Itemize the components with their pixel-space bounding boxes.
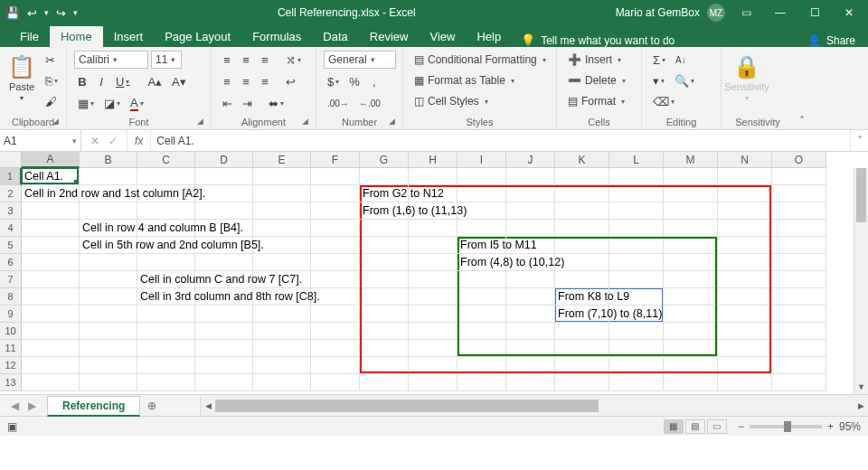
cancel-formula-icon[interactable]: ✕ — [90, 135, 99, 147]
cell[interactable] — [80, 168, 137, 185]
cell[interactable] — [458, 185, 506, 202]
cell[interactable] — [253, 254, 311, 271]
row-header[interactable]: 13 — [0, 374, 22, 391]
cell[interactable] — [22, 340, 80, 357]
paste-button[interactable]: 📋 Paste ▾ — [7, 51, 36, 105]
cell[interactable] — [555, 202, 609, 220]
cell[interactable] — [360, 374, 409, 391]
scroll-left-icon[interactable]: ◀ — [201, 401, 215, 410]
cell[interactable] — [609, 220, 664, 237]
column-header[interactable]: A — [22, 152, 80, 168]
cell[interactable] — [664, 202, 718, 220]
cell[interactable] — [664, 374, 718, 391]
user-avatar[interactable]: MZ — [707, 4, 725, 22]
border-button[interactable]: ▦▾ — [74, 94, 98, 112]
vertical-scrollbar[interactable]: ▲ ▼ — [854, 168, 868, 394]
cell[interactable] — [311, 202, 360, 220]
cell[interactable] — [555, 374, 609, 391]
cell[interactable] — [137, 374, 195, 391]
cell[interactable] — [360, 237, 409, 254]
column-header[interactable]: D — [195, 152, 253, 168]
cell[interactable] — [664, 357, 718, 374]
align-top-button[interactable]: ≡ — [219, 51, 235, 69]
cell[interactable] — [506, 220, 555, 237]
cell[interactable]: From (1,6) to (11,13) — [360, 202, 409, 220]
cell[interactable] — [80, 288, 137, 306]
cell[interactable] — [137, 306, 195, 323]
undo-icon[interactable]: ↩ — [27, 6, 37, 20]
cell[interactable] — [458, 271, 506, 288]
cell[interactable] — [253, 168, 311, 185]
column-header[interactable]: M — [664, 152, 718, 168]
row-header[interactable]: 2 — [0, 185, 22, 202]
cell[interactable] — [195, 168, 253, 185]
row-header[interactable]: 4 — [0, 220, 22, 237]
cell[interactable] — [609, 340, 664, 357]
cell[interactable] — [195, 323, 253, 340]
collapse-ribbon-icon[interactable]: ˄ — [794, 113, 810, 129]
undo-dropdown-icon[interactable]: ▾ — [44, 8, 49, 17]
cell[interactable] — [506, 323, 555, 340]
column-header[interactable]: L — [609, 152, 664, 168]
minimize-icon[interactable]: — — [767, 6, 794, 19]
cell[interactable] — [80, 323, 137, 340]
cell[interactable] — [80, 271, 137, 288]
cell[interactable] — [772, 374, 826, 391]
clear-button[interactable]: ⌫▾ — [649, 92, 678, 110]
format-painter-button[interactable]: 🖌 — [42, 92, 61, 110]
formula-input[interactable]: Cell A1. — [151, 130, 850, 151]
zoom-in-button[interactable]: + — [827, 420, 834, 433]
cell[interactable] — [718, 323, 772, 340]
column-header[interactable]: C — [137, 152, 195, 168]
cell[interactable] — [22, 220, 80, 237]
spreadsheet-grid[interactable]: ABCDEFGHIJKLMNO 12345678910111213 Cell A… — [0, 152, 868, 394]
format-as-table-button[interactable]: ▦Format as Table▾ — [410, 71, 518, 89]
row-header[interactable]: 11 — [0, 340, 22, 357]
cell[interactable] — [609, 271, 664, 288]
tab-help[interactable]: Help — [466, 26, 512, 47]
cell[interactable] — [137, 340, 195, 357]
cell[interactable] — [360, 271, 409, 288]
cell[interactable] — [555, 271, 609, 288]
cell[interactable] — [80, 340, 137, 357]
redo-icon[interactable]: ↪ — [56, 6, 66, 20]
align-left-button[interactable]: ≡ — [219, 72, 235, 90]
cell[interactable] — [458, 168, 506, 185]
row-header[interactable]: 3 — [0, 202, 22, 220]
cell[interactable] — [80, 357, 137, 374]
cell[interactable] — [664, 323, 718, 340]
column-header[interactable]: J — [506, 152, 555, 168]
cell[interactable] — [22, 306, 80, 323]
cell[interactable] — [409, 271, 458, 288]
cell[interactable]: From (7,10) to (8,11) — [555, 306, 609, 323]
cell[interactable] — [506, 185, 555, 202]
page-break-view-button[interactable]: ▭ — [707, 419, 727, 434]
cell[interactable] — [311, 323, 360, 340]
cell[interactable] — [609, 168, 664, 185]
align-right-button[interactable]: ≡ — [257, 72, 273, 90]
page-layout-view-button[interactable]: ▤ — [685, 419, 705, 434]
cell[interactable] — [458, 288, 506, 306]
column-header[interactable]: B — [80, 152, 137, 168]
save-icon[interactable]: 💾 — [5, 6, 20, 20]
cell[interactable] — [555, 168, 609, 185]
cell[interactable] — [555, 323, 609, 340]
row-header[interactable]: 5 — [0, 237, 22, 254]
cell[interactable] — [772, 220, 826, 237]
cell[interactable] — [772, 237, 826, 254]
cell[interactable] — [609, 202, 664, 220]
cell[interactable] — [458, 323, 506, 340]
format-cells-button[interactable]: ▤Format▾ — [564, 92, 628, 110]
column-header[interactable]: O — [772, 152, 826, 168]
cell[interactable] — [772, 202, 826, 220]
cell[interactable] — [22, 254, 80, 271]
cell[interactable] — [80, 306, 137, 323]
sheet-nav-prev-icon[interactable]: ◀ — [11, 400, 19, 412]
cell[interactable] — [311, 306, 360, 323]
cell[interactable] — [311, 374, 360, 391]
cell[interactable] — [458, 374, 506, 391]
row-header[interactable]: 12 — [0, 357, 22, 374]
cell[interactable] — [718, 202, 772, 220]
cell[interactable] — [195, 374, 253, 391]
decrease-decimal-button[interactable]: ←.00 — [355, 94, 384, 112]
